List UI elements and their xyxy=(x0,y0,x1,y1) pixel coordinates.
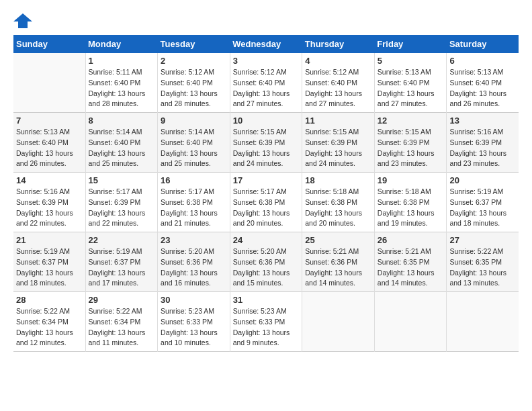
day-info: Sunrise: 5:17 AMSunset: 6:38 PMDaylight:… xyxy=(233,187,300,229)
day-number: 13 xyxy=(449,116,516,126)
day-info: Sunrise: 5:22 AMSunset: 6:34 PMDaylight:… xyxy=(16,306,83,349)
calendar-cell: 24Sunrise: 5:20 AMSunset: 6:36 PMDayligh… xyxy=(230,232,302,292)
day-info: Sunrise: 5:21 AMSunset: 6:35 PMDaylight:… xyxy=(378,246,444,289)
day-number: 20 xyxy=(449,175,516,185)
day-number: 31 xyxy=(233,295,300,305)
day-number: 4 xyxy=(305,56,371,66)
day-number: 24 xyxy=(233,235,300,245)
day-number: 27 xyxy=(449,235,516,245)
day-info: Sunrise: 5:13 AMSunset: 6:40 PMDaylight:… xyxy=(449,67,516,109)
calendar-cell: 17Sunrise: 5:17 AMSunset: 6:38 PMDayligh… xyxy=(230,173,302,232)
day-number: 26 xyxy=(378,235,444,245)
day-info: Sunrise: 5:17 AMSunset: 6:39 PMDaylight:… xyxy=(89,187,155,229)
day-number: 2 xyxy=(161,56,227,66)
calendar-cell: 19Sunrise: 5:18 AMSunset: 6:38 PMDayligh… xyxy=(374,173,447,232)
day-info: Sunrise: 5:20 AMSunset: 6:36 PMDaylight:… xyxy=(161,246,227,289)
calendar-table: SundayMondayTuesdayWednesdayThursdayFrid… xyxy=(13,35,519,352)
day-number: 6 xyxy=(449,56,516,66)
day-number: 7 xyxy=(16,116,83,126)
day-info: Sunrise: 5:13 AMSunset: 6:40 PMDaylight:… xyxy=(16,127,83,169)
calendar-week-row: 28Sunrise: 5:22 AMSunset: 6:34 PMDayligh… xyxy=(13,292,519,352)
day-number: 29 xyxy=(89,295,155,305)
day-info: Sunrise: 5:15 AMSunset: 6:39 PMDaylight:… xyxy=(305,127,371,169)
day-info: Sunrise: 5:19 AMSunset: 6:37 PMDaylight:… xyxy=(449,187,516,229)
svg-marker-0 xyxy=(13,13,32,28)
calendar-cell: 20Sunrise: 5:19 AMSunset: 6:37 PMDayligh… xyxy=(447,173,519,232)
day-info: Sunrise: 5:17 AMSunset: 6:38 PMDaylight:… xyxy=(161,187,227,229)
calendar-cell: 11Sunrise: 5:15 AMSunset: 6:39 PMDayligh… xyxy=(302,113,375,173)
weekday-header-tuesday: Tuesday xyxy=(158,35,230,53)
day-number: 18 xyxy=(305,175,371,185)
day-info: Sunrise: 5:14 AMSunset: 6:40 PMDaylight:… xyxy=(89,127,155,169)
logo-icon xyxy=(13,13,32,28)
weekday-header-monday: Monday xyxy=(85,35,158,53)
day-number: 17 xyxy=(233,175,300,185)
calendar-cell: 25Sunrise: 5:21 AMSunset: 6:36 PMDayligh… xyxy=(302,232,375,292)
day-number: 10 xyxy=(233,116,300,126)
calendar-cell: 27Sunrise: 5:22 AMSunset: 6:35 PMDayligh… xyxy=(447,232,519,292)
logo xyxy=(13,13,35,28)
calendar-cell: 5Sunrise: 5:13 AMSunset: 6:40 PMDaylight… xyxy=(374,53,447,113)
calendar-cell: 28Sunrise: 5:22 AMSunset: 6:34 PMDayligh… xyxy=(13,292,85,352)
calendar-cell: 3Sunrise: 5:12 AMSunset: 6:40 PMDaylight… xyxy=(230,53,302,113)
calendar-cell: 22Sunrise: 5:19 AMSunset: 6:37 PMDayligh… xyxy=(85,232,158,292)
day-number: 8 xyxy=(89,116,155,126)
day-info: Sunrise: 5:11 AMSunset: 6:40 PMDaylight:… xyxy=(89,67,155,109)
day-number: 25 xyxy=(305,235,371,245)
day-info: Sunrise: 5:14 AMSunset: 6:40 PMDaylight:… xyxy=(161,127,227,169)
day-number: 3 xyxy=(233,56,300,66)
day-info: Sunrise: 5:13 AMSunset: 6:40 PMDaylight:… xyxy=(378,67,444,109)
day-info: Sunrise: 5:22 AMSunset: 6:35 PMDaylight:… xyxy=(449,246,516,289)
calendar-week-row: 14Sunrise: 5:16 AMSunset: 6:39 PMDayligh… xyxy=(13,173,519,232)
weekday-header-wednesday: Wednesday xyxy=(230,35,302,53)
calendar-cell: 18Sunrise: 5:18 AMSunset: 6:38 PMDayligh… xyxy=(302,173,375,232)
day-info: Sunrise: 5:19 AMSunset: 6:37 PMDaylight:… xyxy=(89,246,155,289)
day-number: 14 xyxy=(16,175,83,185)
day-info: Sunrise: 5:21 AMSunset: 6:36 PMDaylight:… xyxy=(305,246,371,289)
day-number: 22 xyxy=(89,235,155,245)
calendar-week-row: 7Sunrise: 5:13 AMSunset: 6:40 PMDaylight… xyxy=(13,113,519,173)
day-number: 16 xyxy=(161,175,227,185)
day-number: 1 xyxy=(89,56,155,66)
day-number: 21 xyxy=(16,235,83,245)
day-number: 30 xyxy=(161,295,227,305)
calendar-week-row: 1Sunrise: 5:11 AMSunset: 6:40 PMDaylight… xyxy=(13,53,519,113)
calendar-cell xyxy=(374,292,447,352)
day-number: 23 xyxy=(161,235,227,245)
weekday-header-thursday: Thursday xyxy=(302,35,375,53)
day-info: Sunrise: 5:16 AMSunset: 6:39 PMDaylight:… xyxy=(16,187,83,229)
calendar-cell: 31Sunrise: 5:23 AMSunset: 6:33 PMDayligh… xyxy=(230,292,302,352)
day-info: Sunrise: 5:15 AMSunset: 6:39 PMDaylight:… xyxy=(378,127,444,169)
day-info: Sunrise: 5:15 AMSunset: 6:39 PMDaylight:… xyxy=(233,127,300,169)
weekday-header-friday: Friday xyxy=(374,35,447,53)
calendar-cell: 10Sunrise: 5:15 AMSunset: 6:39 PMDayligh… xyxy=(230,113,302,173)
calendar-cell xyxy=(13,53,85,113)
weekday-header-sunday: Sunday xyxy=(13,35,85,53)
day-number: 11 xyxy=(305,116,371,126)
day-info: Sunrise: 5:22 AMSunset: 6:34 PMDaylight:… xyxy=(89,306,155,349)
weekday-header-row: SundayMondayTuesdayWednesdayThursdayFrid… xyxy=(13,35,519,53)
day-number: 9 xyxy=(161,116,227,126)
calendar-cell: 1Sunrise: 5:11 AMSunset: 6:40 PMDaylight… xyxy=(85,53,158,113)
day-info: Sunrise: 5:18 AMSunset: 6:38 PMDaylight:… xyxy=(378,187,444,229)
calendar-cell: 13Sunrise: 5:16 AMSunset: 6:39 PMDayligh… xyxy=(447,113,519,173)
day-info: Sunrise: 5:23 AMSunset: 6:33 PMDaylight:… xyxy=(161,306,227,349)
calendar-cell: 21Sunrise: 5:19 AMSunset: 6:37 PMDayligh… xyxy=(13,232,85,292)
header xyxy=(13,13,519,28)
calendar-cell: 12Sunrise: 5:15 AMSunset: 6:39 PMDayligh… xyxy=(374,113,447,173)
day-info: Sunrise: 5:23 AMSunset: 6:33 PMDaylight:… xyxy=(233,306,300,349)
day-info: Sunrise: 5:12 AMSunset: 6:40 PMDaylight:… xyxy=(161,67,227,109)
calendar-cell: 6Sunrise: 5:13 AMSunset: 6:40 PMDaylight… xyxy=(447,53,519,113)
day-info: Sunrise: 5:12 AMSunset: 6:40 PMDaylight:… xyxy=(305,67,371,109)
calendar-cell: 29Sunrise: 5:22 AMSunset: 6:34 PMDayligh… xyxy=(85,292,158,352)
calendar-cell: 9Sunrise: 5:14 AMSunset: 6:40 PMDaylight… xyxy=(158,113,230,173)
day-number: 15 xyxy=(89,175,155,185)
calendar-cell: 8Sunrise: 5:14 AMSunset: 6:40 PMDaylight… xyxy=(85,113,158,173)
weekday-header-saturday: Saturday xyxy=(447,35,519,53)
calendar-cell: 14Sunrise: 5:16 AMSunset: 6:39 PMDayligh… xyxy=(13,173,85,232)
calendar-cell: 16Sunrise: 5:17 AMSunset: 6:38 PMDayligh… xyxy=(158,173,230,232)
calendar-cell xyxy=(447,292,519,352)
day-info: Sunrise: 5:12 AMSunset: 6:40 PMDaylight:… xyxy=(233,67,300,109)
calendar-cell: 4Sunrise: 5:12 AMSunset: 6:40 PMDaylight… xyxy=(302,53,375,113)
calendar-cell: 15Sunrise: 5:17 AMSunset: 6:39 PMDayligh… xyxy=(85,173,158,232)
